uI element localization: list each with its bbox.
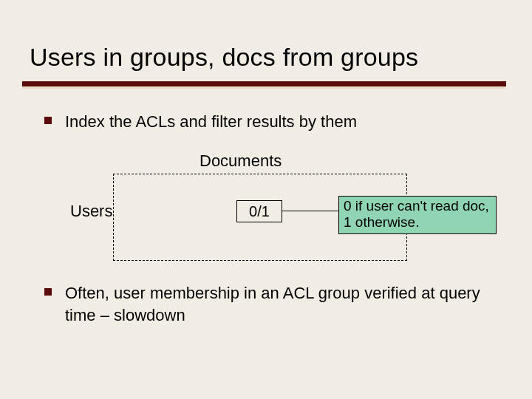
documents-label: Documents: [200, 151, 282, 171]
slide-title: Users in groups, docs from groups: [30, 43, 418, 72]
bullet-list: Index the ACLs and filter results by the…: [44, 111, 495, 145]
list-item: Index the ACLs and filter results by the…: [44, 111, 495, 133]
title-rule: [22, 81, 506, 86]
title-rule-light: [22, 86, 506, 89]
connector-line: [282, 211, 338, 211]
bullet-text: Often, user membership in an ACL group v…: [65, 282, 495, 326]
slide: Users in groups, docs from groups Index …: [0, 0, 532, 399]
users-label: Users: [70, 202, 112, 221]
bullet-list: Often, user membership in an ACL group v…: [44, 282, 495, 338]
square-bullet-icon: [44, 117, 52, 124]
acl-diagram: Documents Users 0/1 0 if user can't read…: [70, 151, 491, 267]
list-item: Often, user membership in an ACL group v…: [44, 282, 495, 326]
square-bullet-icon: [44, 288, 52, 296]
bullet-text: Index the ACLs and filter results by the…: [65, 111, 357, 133]
matrix-cell: 0/1: [236, 200, 282, 222]
legend-note: 0 if user can't read doc, 1 otherwise.: [338, 196, 497, 234]
